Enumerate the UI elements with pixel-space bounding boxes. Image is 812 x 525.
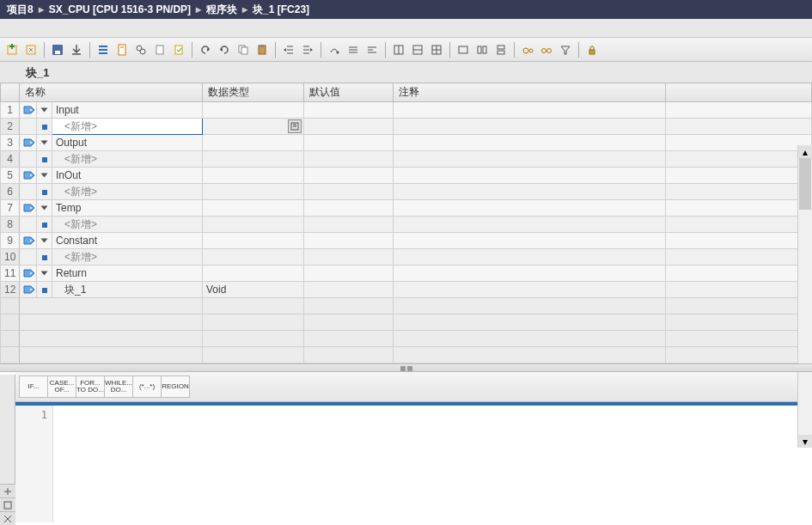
default-cell[interactable]	[304, 135, 394, 151]
dropdown-icon[interactable]	[288, 119, 302, 133]
sidebar-icon[interactable]	[0, 484, 15, 498]
default-cell[interactable]	[304, 282, 394, 298]
variable-name[interactable]: 块_1	[52, 282, 203, 298]
keyword-button[interactable]: WHILE...DO...	[104, 375, 133, 398]
dtype-cell[interactable]	[203, 102, 304, 119]
breadcrumb[interactable]: 项目8 ▸ SX_CPU [CPU 1516-3 PN/DP] ▸ 程序块 ▸ …	[0, 0, 812, 19]
section-name[interactable]: Constant	[52, 233, 203, 249]
scroll-thumb[interactable]	[799, 158, 811, 210]
add-new-variable[interactable]: <新增>	[52, 217, 203, 233]
name-column-header[interactable]: 名称	[20, 83, 203, 102]
paste-icon[interactable]	[253, 41, 271, 58]
expand-icon[interactable]	[37, 233, 52, 249]
row-number[interactable]: 5	[1, 168, 20, 184]
bookmark2-icon[interactable]	[363, 41, 381, 58]
comment-cell[interactable]	[394, 266, 666, 282]
variable-table[interactable]: 名称 数据类型 默认值 注释 1Input2<新增>3Output4<新增>5I…	[0, 82, 812, 363]
dtype-cell[interactable]	[203, 217, 304, 233]
keyword-button[interactable]: FOR...TO DO...	[76, 375, 105, 398]
dtype-cell[interactable]	[203, 200, 304, 217]
code-text-area[interactable]	[53, 406, 812, 522]
list-icon[interactable]	[95, 41, 112, 58]
breadcrumb-item[interactable]: 项目8	[7, 3, 34, 17]
default-cell[interactable]	[304, 151, 394, 168]
dtype-cell[interactable]	[203, 266, 304, 282]
vertical-scrollbar[interactable]: ▴ ▾	[797, 145, 812, 448]
row-number[interactable]: 3	[1, 135, 20, 151]
default-cell[interactable]	[304, 233, 394, 249]
expand-icon[interactable]	[37, 266, 52, 282]
box2-icon[interactable]	[473, 41, 491, 58]
doc-icon[interactable]	[113, 41, 131, 58]
row-number[interactable]: 4	[1, 151, 20, 168]
download-icon[interactable]	[68, 41, 85, 58]
grid1-icon[interactable]	[390, 41, 407, 58]
row-number[interactable]: 2	[1, 119, 20, 135]
copy-icon[interactable]	[235, 41, 252, 58]
comment-cell[interactable]	[394, 200, 666, 217]
comment-cell[interactable]	[394, 282, 666, 298]
expand-icon[interactable]	[37, 135, 52, 151]
link-icon[interactable]	[132, 41, 150, 58]
row-number[interactable]: 6	[1, 184, 20, 200]
comment-cell[interactable]	[394, 217, 666, 233]
save-icon[interactable]	[49, 41, 66, 58]
default-cell[interactable]	[304, 119, 394, 135]
dtype-cell[interactable]	[203, 151, 304, 168]
add-new-variable[interactable]: <新增>	[52, 119, 203, 135]
section-name[interactable]: InOut	[52, 168, 203, 184]
dtype-cell[interactable]	[203, 184, 304, 200]
box3-icon[interactable]	[492, 41, 510, 58]
indent-left-icon[interactable]	[280, 41, 297, 58]
comment-cell[interactable]	[394, 102, 666, 119]
row-number[interactable]: 10	[1, 249, 20, 266]
goto-icon[interactable]	[326, 41, 343, 58]
dtype-column-header[interactable]: 数据类型	[203, 83, 304, 102]
new-item-icon[interactable]	[3, 41, 21, 58]
scroll-up-icon[interactable]: ▴	[798, 145, 812, 158]
add-new-variable[interactable]: <新增>	[52, 184, 203, 200]
sidebar-icon[interactable]	[0, 511, 15, 525]
section-name[interactable]: Input	[52, 102, 203, 119]
comment-cell[interactable]	[394, 184, 666, 200]
default-column-header[interactable]: 默认值	[304, 83, 394, 102]
add-new-variable[interactable]: <新增>	[52, 249, 203, 266]
scroll-down-icon[interactable]: ▾	[798, 435, 812, 448]
dtype-cell[interactable]	[203, 249, 304, 266]
page-icon[interactable]	[151, 41, 168, 58]
section-name[interactable]: Return	[52, 266, 203, 282]
section-name[interactable]: Output	[52, 135, 203, 151]
breadcrumb-item[interactable]: 块_1 [FC23]	[253, 3, 309, 17]
comment-column-header[interactable]: 注释	[394, 83, 666, 102]
comment-cell[interactable]	[394, 233, 666, 249]
horizontal-splitter[interactable]	[0, 363, 812, 372]
sidebar-icon[interactable]	[0, 498, 15, 511]
bookmark-icon[interactable]	[345, 41, 362, 58]
redo-icon[interactable]	[216, 41, 233, 58]
lock-icon[interactable]	[583, 41, 601, 58]
default-cell[interactable]	[304, 217, 394, 233]
glasses-icon[interactable]	[519, 41, 536, 58]
extra-column-header[interactable]	[666, 83, 812, 102]
comment-cell[interactable]	[394, 151, 666, 168]
add-new-variable[interactable]: <新增>	[52, 151, 203, 168]
filter-icon[interactable]	[557, 41, 574, 58]
comment-cell[interactable]	[394, 119, 666, 135]
undo-icon[interactable]	[197, 41, 214, 58]
row-number[interactable]: 7	[1, 200, 20, 217]
row-number[interactable]: 1	[1, 102, 20, 119]
comment-cell[interactable]	[394, 135, 666, 151]
keyword-button[interactable]: CASE...OF...	[47, 375, 76, 398]
expand-icon[interactable]	[37, 102, 52, 119]
box1-icon[interactable]	[455, 41, 472, 58]
section-name[interactable]: Temp	[52, 200, 203, 217]
dtype-cell[interactable]: Void	[203, 282, 304, 298]
page-check-icon[interactable]	[170, 41, 187, 58]
comment-cell[interactable]	[394, 168, 666, 184]
row-number[interactable]: 8	[1, 217, 20, 233]
indent-right-icon[interactable]	[299, 41, 316, 58]
expand-icon[interactable]	[37, 168, 52, 184]
dtype-cell[interactable]	[203, 119, 304, 135]
default-cell[interactable]	[304, 184, 394, 200]
default-cell[interactable]	[304, 266, 394, 282]
